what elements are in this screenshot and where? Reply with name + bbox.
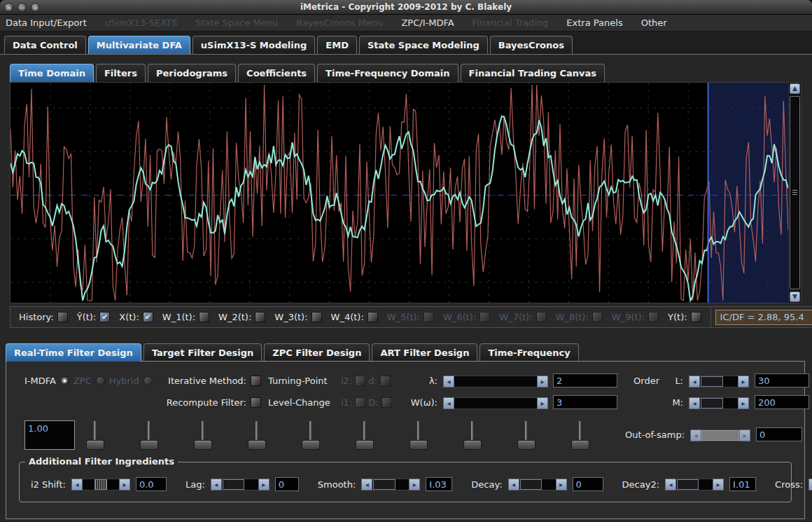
w-4-t-checkbox[interactable]: [368, 312, 378, 322]
menu-item-extra-panels[interactable]: Extra Panels: [566, 18, 622, 28]
w-9-t-checkbox[interactable]: [648, 312, 659, 322]
slider-knob[interactable]: [140, 440, 158, 450]
history-checkbox[interactable]: [57, 312, 68, 322]
decay2-scrollbar[interactable]: ◂▸: [665, 479, 724, 490]
i2-checkbox[interactable]: [355, 376, 365, 386]
scroll-track[interactable]: [454, 376, 537, 387]
scroll-thumb[interactable]: [373, 479, 395, 490]
womega-value-field[interactable]: 3: [553, 395, 617, 409]
w-2-t-checkbox[interactable]: [255, 312, 265, 322]
lag-value-field[interactable]: 0: [275, 477, 299, 491]
tab-multivariate-dfa[interactable]: Multivariate DFA: [88, 36, 190, 54]
coefficient-slider-2[interactable]: [139, 420, 160, 451]
scroll-left-icon[interactable]: ◂: [689, 376, 700, 387]
iterative-method-checkbox[interactable]: [251, 376, 261, 386]
maximize-button[interactable]: +: [31, 3, 40, 12]
out-of-samp-scrollbar[interactable]: ◂▸: [690, 430, 750, 441]
scroll-down-icon[interactable]: ▼: [790, 291, 800, 302]
menu-item-data-input-export[interactable]: Data Input/Export: [6, 18, 87, 28]
y-t-checkbox[interactable]: [691, 312, 701, 322]
tab-data-control[interactable]: Data Control: [4, 36, 86, 54]
scroll-thumb[interactable]: [701, 398, 723, 408]
scroll-right-icon[interactable]: ▸: [556, 479, 567, 490]
w-5-t-checkbox[interactable]: [424, 312, 434, 322]
cross-scrollbar[interactable]: ◂▸: [808, 479, 812, 490]
scroll-left-icon[interactable]: ◂: [665, 479, 676, 490]
scrollbar-thumb[interactable]: [790, 96, 800, 289]
tab-usimx13-s-modeling[interactable]: uSimX13-S Modeling: [192, 36, 315, 54]
menu-item-financial-trading[interactable]: Financial Trading: [472, 18, 549, 28]
scroll-left-icon[interactable]: ◂: [689, 397, 700, 409]
tab-time-frequency-domain[interactable]: Time-Frequency Domain: [317, 64, 458, 82]
coefficient-slider-10[interactable]: [570, 420, 591, 451]
menu-item-usimx13-seats[interactable]: uSimX13-SEATS: [105, 18, 177, 28]
minimize-button[interactable]: −: [18, 3, 27, 12]
decay-scrollbar[interactable]: ◂▸: [508, 479, 567, 490]
scroll-thumb[interactable]: [94, 479, 107, 490]
scroll-thumb[interactable]: [223, 479, 244, 490]
scroll-up-icon[interactable]: ▲: [790, 83, 800, 94]
coefficient-slider-8[interactable]: [462, 420, 483, 451]
scroll-right-icon[interactable]: ▸: [537, 397, 548, 409]
i2-shift-value-field[interactable]: 0.0: [136, 477, 167, 491]
scroll-track[interactable]: [83, 479, 119, 490]
scroll-right-icon[interactable]: ▸: [258, 479, 270, 490]
scroll-thumb[interactable]: [520, 479, 542, 490]
lambda-value-field[interactable]: 2: [553, 373, 617, 387]
scroll-left-icon[interactable]: ◂: [690, 430, 701, 441]
scroll-right-icon[interactable]: ▸: [713, 479, 724, 490]
menu-item-zpc-i-mdfa[interactable]: ZPC/I-MDFA: [401, 18, 454, 28]
slider-knob[interactable]: [571, 440, 589, 450]
scroll-track[interactable]: [454, 397, 537, 409]
order-l-scrollbar[interactable]: ◂▸: [689, 376, 749, 387]
slider-knob[interactable]: [302, 440, 320, 450]
slider-knob[interactable]: [410, 440, 428, 450]
capital-d-checkbox[interactable]: [382, 397, 392, 408]
tab-filters[interactable]: Filters: [96, 64, 146, 82]
coefficient-slider-7[interactable]: [408, 420, 429, 451]
scroll-track[interactable]: [676, 479, 713, 490]
scroll-track[interactable]: [222, 479, 258, 490]
w-7-t-checkbox[interactable]: [536, 312, 547, 322]
close-button[interactable]: ×: [4, 3, 13, 12]
coefficient-slider-4[interactable]: [246, 420, 267, 451]
menu-item-state-space-menu[interactable]: State Space Menu: [195, 18, 278, 28]
coefficient-slider-9[interactable]: [516, 420, 537, 451]
scroll-left-icon[interactable]: ◂: [361, 479, 372, 490]
d-checkbox[interactable]: [380, 376, 391, 386]
slider-knob[interactable]: [517, 440, 536, 450]
womega-scrollbar[interactable]: ◂▸: [443, 397, 548, 409]
hybrid-radio[interactable]: [144, 376, 153, 385]
scroll-left-icon[interactable]: ◂: [443, 376, 454, 387]
tab-art-filter-design[interactable]: ART Filter Design: [372, 343, 477, 362]
i1-checkbox[interactable]: [355, 397, 365, 408]
time-series-chart[interactable]: [10, 83, 788, 303]
slider-knob[interactable]: [194, 440, 212, 450]
i2-shift-scrollbar[interactable]: ◂▸: [71, 479, 130, 490]
w-3-t-checkbox[interactable]: [312, 312, 322, 322]
coefficient-slider-6[interactable]: [354, 420, 375, 451]
decay-value-field[interactable]: 0: [573, 477, 603, 491]
scroll-track[interactable]: [700, 376, 738, 387]
x-t-checkbox[interactable]: [143, 312, 153, 322]
tab-financial-trading-canvas[interactable]: Financial Trading Canvas: [461, 64, 606, 82]
scroll-track[interactable]: [372, 479, 409, 490]
slider-knob[interactable]: [248, 440, 266, 450]
scroll-right-icon[interactable]: ▸: [537, 376, 548, 387]
scroll-left-icon[interactable]: ◂: [508, 479, 519, 490]
slider-knob[interactable]: [356, 440, 374, 450]
scroll-right-icon[interactable]: ▸: [409, 479, 420, 490]
scroll-track[interactable]: [700, 397, 738, 409]
w-8-t-checkbox[interactable]: [592, 312, 603, 322]
coefficient-slider-5[interactable]: [300, 420, 321, 451]
scroll-right-icon[interactable]: ▸: [119, 479, 130, 490]
lag-scrollbar[interactable]: ◂▸: [211, 479, 270, 490]
scroll-left-icon[interactable]: ◂: [808, 479, 812, 490]
menu-item-bayescronos-menu[interactable]: BayesCronos Menu: [296, 18, 383, 28]
scroll-left-icon[interactable]: ◂: [443, 397, 454, 409]
tab-bayescronos[interactable]: BayesCronos: [490, 36, 573, 54]
order-m-scrollbar[interactable]: ◂▸: [689, 397, 749, 409]
scroll-left-icon[interactable]: ◂: [211, 479, 222, 490]
tab-time-domain[interactable]: Time Domain: [10, 64, 94, 82]
recompute-filter-checkbox[interactable]: [251, 397, 261, 408]
